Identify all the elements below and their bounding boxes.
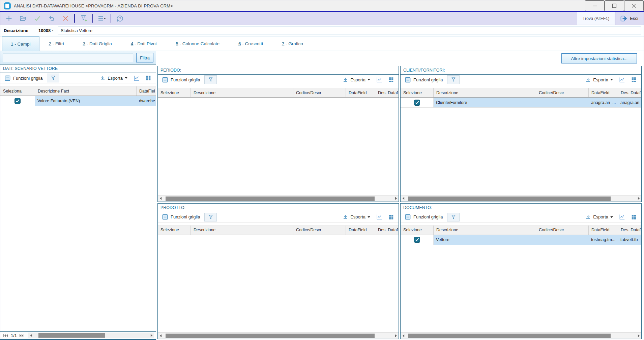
table-row[interactable]: Cliente/Fornitore anagra.an_... anagra.a… <box>401 98 641 108</box>
scrollbar-track[interactable] <box>406 195 636 202</box>
scrollbar-thumb[interactable] <box>166 197 375 201</box>
esporta-button[interactable]: Esporta <box>97 75 130 81</box>
chart-view-button[interactable] <box>616 75 628 84</box>
column-header[interactable]: Seleziona <box>0 86 35 96</box>
column-header[interactable]: Selezione <box>401 226 434 235</box>
scroll-left-button[interactable] <box>158 195 163 202</box>
column-header[interactable]: Selezione <box>158 226 191 235</box>
column-header[interactable]: DataFiel <box>137 86 156 96</box>
column-header[interactable]: Des. Dataf <box>618 226 641 235</box>
maximize-button[interactable] <box>605 0 624 11</box>
confirm-button[interactable] <box>30 14 44 24</box>
esci-button[interactable]: Esci <box>615 12 642 25</box>
esporta-button[interactable]: Esporta <box>583 214 616 220</box>
scroll-right-button[interactable] <box>636 195 641 202</box>
close-button[interactable] <box>624 0 644 11</box>
chart-view-button[interactable] <box>373 75 385 84</box>
chart-view-button[interactable] <box>373 213 385 221</box>
grid-filter-button[interactable] <box>47 74 59 82</box>
row-checkbox[interactable] <box>414 100 420 106</box>
column-header[interactable]: Selezione <box>158 88 191 97</box>
horizontal-scrollbar[interactable] <box>158 195 399 202</box>
column-header[interactable]: Descrizione <box>434 226 536 235</box>
scroll-right-button[interactable] <box>636 333 641 339</box>
horizontal-scrollbar[interactable] <box>158 332 399 339</box>
delete-button[interactable] <box>58 14 72 24</box>
column-header[interactable]: Des. Dataf <box>375 226 399 235</box>
funzioni-griglia-button[interactable]: Funzioni griglia <box>159 77 203 83</box>
column-header[interactable]: Descrizione <box>191 226 293 235</box>
scroll-right-button[interactable] <box>393 195 399 202</box>
grid-filter-button[interactable] <box>204 213 217 221</box>
layout-grid-button[interactable] <box>142 74 154 82</box>
funzioni-griglia-button[interactable]: Funzioni griglia <box>159 214 203 220</box>
table-row[interactable]: Valore Fatturato (VEN) dwarehe <box>0 96 156 106</box>
table-row[interactable]: Vettore testmag.tm... tabvett.tb_ <box>401 235 641 245</box>
horizontal-scrollbar[interactable] <box>28 333 154 338</box>
scrollbar-thumb[interactable] <box>38 333 105 338</box>
filter-add-button[interactable] <box>77 14 91 24</box>
column-header[interactable]: Des. Dataf <box>618 88 641 97</box>
scroll-right-button[interactable] <box>393 333 399 339</box>
funzioni-griglia-button[interactable]: Funzioni griglia <box>2 75 45 81</box>
tab-campi[interactable]: 1 - Campi <box>2 36 39 51</box>
trova-button[interactable]: Trova (Alt+F1) <box>577 12 615 25</box>
scroll-right-button[interactable] <box>149 333 154 338</box>
column-header[interactable]: Des. Dataf <box>375 88 399 97</box>
altre-impostazioni-button[interactable]: Altre impostazioni statistica... <box>561 53 637 63</box>
open-button[interactable] <box>16 14 30 24</box>
help-button[interactable] <box>113 14 127 24</box>
layout-grid-button[interactable] <box>385 75 397 84</box>
first-page-button[interactable] <box>2 334 9 338</box>
chart-view-button[interactable] <box>130 74 142 82</box>
new-button[interactable] <box>2 14 16 24</box>
tab-grafico[interactable]: 7 - Grafico <box>272 36 313 51</box>
layout-grid-button[interactable] <box>628 75 640 84</box>
filtra-button[interactable]: Filtra <box>136 53 153 62</box>
column-header[interactable]: DataField <box>589 88 618 97</box>
row-checkbox[interactable] <box>14 98 21 104</box>
column-header[interactable]: Codice/Descr <box>293 226 346 235</box>
descrizione-input[interactable] <box>58 26 641 35</box>
column-header[interactable]: Descrizione <box>434 88 536 97</box>
scrollbar-track[interactable] <box>406 333 636 339</box>
horizontal-scrollbar[interactable] <box>401 195 641 202</box>
column-header[interactable]: Codice/Descr <box>536 226 589 235</box>
esporta-button[interactable]: Esporta <box>583 77 616 83</box>
horizontal-scrollbar[interactable] <box>401 332 641 339</box>
column-header[interactable]: Selezione <box>401 88 434 97</box>
scrollbar-track[interactable] <box>163 333 393 339</box>
scroll-left-button[interactable] <box>401 333 406 339</box>
tab-colonne-calcolate[interactable]: 5 - Colonne Calcolate <box>166 36 229 51</box>
tab-filtri[interactable]: 2 - Filtri <box>39 36 74 51</box>
tab-cruscotti[interactable]: 6 - Cruscotti <box>229 36 272 51</box>
scrollbar-track[interactable] <box>34 333 149 338</box>
undo-button[interactable] <box>44 14 58 24</box>
minimize-button[interactable] <box>585 0 605 11</box>
last-page-button[interactable] <box>18 334 26 338</box>
grid-filter-button[interactable] <box>447 213 460 221</box>
column-header[interactable]: DataField <box>346 88 375 97</box>
tab-dati-pivot[interactable]: 4 - Dati Pivot <box>121 36 166 51</box>
scroll-left-button[interactable] <box>158 333 163 339</box>
grid-filter-button[interactable] <box>204 75 217 84</box>
esporta-button[interactable]: Esporta <box>340 77 373 83</box>
column-header[interactable]: DataField <box>589 226 618 235</box>
scroll-left-button[interactable] <box>28 333 34 338</box>
tab-dati-griglia[interactable]: 3 - Dati Griglia <box>74 36 121 51</box>
esporta-button[interactable]: Esporta <box>340 214 373 220</box>
layout-grid-button[interactable] <box>385 213 397 221</box>
scrollbar-thumb[interactable] <box>408 197 611 201</box>
row-checkbox[interactable] <box>414 237 420 243</box>
column-header[interactable]: Descrizione <box>191 88 293 97</box>
chart-view-button[interactable] <box>616 213 628 221</box>
scrollbar-track[interactable] <box>163 195 393 202</box>
column-header[interactable]: DataField <box>346 226 375 235</box>
column-header[interactable]: Codice/Descr <box>293 88 346 97</box>
funzioni-griglia-button[interactable]: Funzioni griglia <box>402 77 445 83</box>
scrollbar-thumb[interactable] <box>408 334 611 338</box>
layout-grid-button[interactable] <box>628 213 640 221</box>
column-header[interactable]: Codice/Descr <box>536 88 589 97</box>
scroll-left-button[interactable] <box>401 195 406 202</box>
funzioni-griglia-button[interactable]: Funzioni griglia <box>402 214 445 220</box>
